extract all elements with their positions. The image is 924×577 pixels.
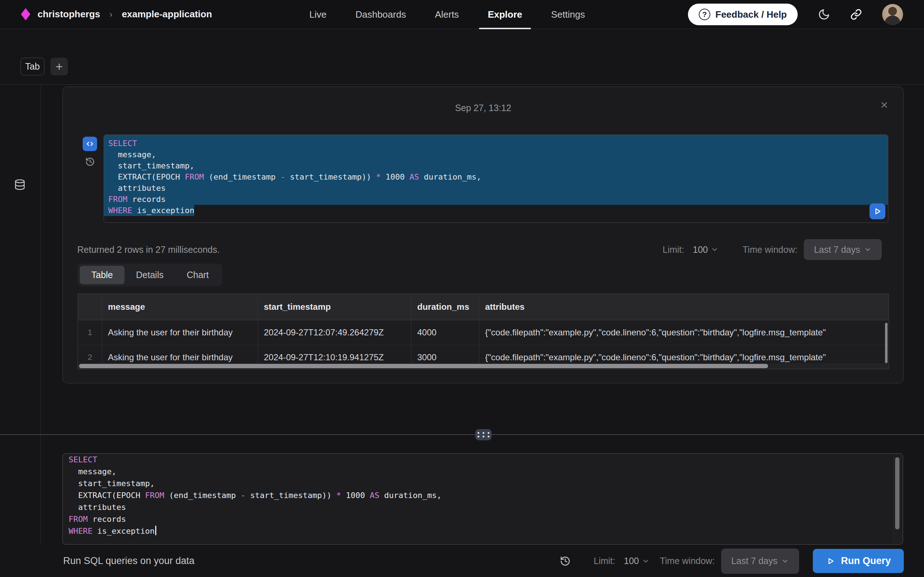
limit-value: 100: [693, 245, 708, 255]
time-window-label: Time window:: [743, 245, 797, 255]
text-caret: [155, 526, 156, 535]
nav-item-dashboards[interactable]: Dashboards: [347, 0, 415, 29]
nav-right-group: ? Feedback / Help: [688, 0, 903, 29]
code-line: FROM records: [104, 193, 888, 205]
result-summary: Returned 2 rows in 27 milliseconds.: [77, 245, 220, 255]
breadcrumb-project[interactable]: example-application: [122, 9, 212, 20]
table-row[interactable]: 1Asking the user for their birthday2024-…: [78, 320, 888, 345]
code-line: SELECT: [104, 135, 888, 149]
query-result-card: Sep 27, 13:12 SELECT message, start_time…: [63, 87, 904, 384]
tab-chart[interactable]: Chart: [175, 266, 220, 284]
sql-editor[interactable]: SELECT message, start_timestamp, EXTRACT…: [63, 453, 903, 545]
scrollbar-thumb[interactable]: [79, 364, 768, 368]
time-window-value: Last 7 days: [814, 245, 860, 255]
limit-value: 100: [624, 556, 639, 566]
user-avatar[interactable]: [882, 4, 903, 25]
help-question-icon: ?: [699, 9, 710, 20]
close-icon: [880, 100, 889, 110]
chevron-down-icon: [642, 557, 650, 565]
code-line: FROM records: [63, 513, 903, 525]
table-cell: 2024-09-27T12:07:49.264279Z: [258, 320, 412, 345]
results-table-header: messagestart_timestampduration_msattribu…: [78, 294, 888, 320]
query-history-button[interactable]: [560, 556, 571, 567]
limit-dropdown[interactable]: 100: [693, 245, 719, 255]
tab-table[interactable]: Table: [80, 266, 124, 284]
plus-icon: [55, 62, 64, 71]
column-header-duration_ms: duration_ms: [412, 294, 479, 320]
code-line: message,: [63, 466, 903, 477]
executed-sql-code[interactable]: SELECT message, start_timestamp, EXTRACT…: [103, 134, 888, 223]
run-query-button[interactable]: Run Query: [813, 549, 904, 573]
logfire-logo-icon: [21, 8, 30, 21]
tab-details[interactable]: Details: [124, 266, 175, 284]
play-icon: [873, 206, 882, 216]
nav-item-explore[interactable]: Explore: [479, 0, 531, 29]
link-icon: [850, 9, 862, 20]
results-table: messagestart_timestampduration_msattribu…: [78, 293, 889, 369]
add-tab-button[interactable]: [50, 58, 68, 76]
time-window-dropdown[interactable]: Last 7 days: [721, 548, 799, 574]
pane-resize-grip[interactable]: [475, 429, 492, 440]
query-history-button[interactable]: [85, 157, 95, 167]
result-summary-row: Returned 2 rows in 27 milliseconds. Limi…: [63, 239, 904, 261]
feedback-help-button[interactable]: ? Feedback / Help: [688, 3, 798, 25]
nav-item-settings[interactable]: Settings: [543, 0, 594, 29]
table-cell: {"code.filepath":"example.py","code.line…: [479, 320, 888, 345]
history-icon: [85, 157, 95, 167]
editor-scrollbar-thumb[interactable]: [895, 457, 900, 529]
table-vertical-scrollbar[interactable]: [885, 323, 888, 363]
query-card-header: Sep 27, 13:12: [63, 87, 903, 120]
code-line: WHERE is_exception: [63, 525, 903, 537]
breadcrumb-org[interactable]: christophergs: [37, 9, 100, 20]
top-navbar: christophergs › example-application Live…: [0, 0, 924, 29]
editor-controls: Limit: 100 Time window: Last 7 days Run …: [560, 548, 904, 574]
result-controls: Limit: 100 Time window: Last 7 days: [663, 239, 882, 260]
close-card-button[interactable]: [880, 99, 889, 111]
nav-item-alerts[interactable]: Alerts: [426, 0, 467, 29]
database-icon: [14, 179, 26, 190]
limit-label: Limit:: [594, 556, 615, 566]
breadcrumb[interactable]: christophergs › example-application: [0, 8, 212, 21]
result-view-tabs: Table Details Chart: [78, 264, 222, 286]
left-sidebar: [0, 85, 41, 577]
rerun-query-button[interactable]: [869, 203, 885, 219]
moon-icon: [818, 8, 830, 21]
run-query-label: Run Query: [841, 555, 891, 567]
table-cell: 4000: [412, 320, 479, 345]
chevron-down-icon: [781, 557, 789, 565]
code-view-button[interactable]: [82, 137, 97, 151]
tab-button[interactable]: Tab: [21, 58, 44, 76]
limit-dropdown[interactable]: 100: [624, 556, 650, 566]
theme-toggle-button[interactable]: [818, 8, 830, 21]
schema-browser-button[interactable]: [14, 179, 26, 192]
column-header-attributes: attributes: [479, 294, 888, 320]
time-window-label: Time window:: [660, 556, 715, 566]
code-line: EXTRACT(EPOCH FROM (end_timestamp - star…: [63, 489, 903, 501]
code-line: start_timestamp,: [104, 160, 888, 171]
editor-footer-bar: Run SQL queries on your data Limit: 100 …: [0, 545, 924, 577]
query-timestamp: Sep 27, 13:12: [63, 103, 903, 113]
code-line: WHERE is_exception: [104, 205, 888, 216]
tab-strip: Tab: [0, 29, 924, 85]
code-line: attributes: [63, 501, 903, 513]
nav-item-live[interactable]: Live: [300, 0, 335, 29]
code-brackets-icon: [85, 139, 95, 148]
play-icon: [826, 556, 835, 566]
pane-divider[interactable]: [0, 434, 924, 435]
results-table-body: 1Asking the user for their birthday2024-…: [78, 320, 888, 369]
limit-label: Limit:: [663, 245, 684, 255]
table-cell: Asking the user for their birthday: [102, 320, 258, 345]
time-window-dropdown[interactable]: Last 7 days: [804, 239, 882, 260]
row-number: 1: [78, 320, 102, 345]
table-horizontal-scrollbar[interactable]: [78, 363, 888, 369]
time-window-value: Last 7 days: [731, 556, 777, 566]
feedback-help-label: Feedback / Help: [716, 9, 787, 20]
column-header-message: message: [102, 294, 258, 320]
copy-link-button[interactable]: [850, 9, 862, 20]
column-header-start_timestamp: start_timestamp: [258, 294, 412, 320]
editor-hint: Run SQL queries on your data: [63, 555, 195, 567]
primary-nav: Live Dashboards Alerts Explore Settings: [300, 0, 605, 29]
code-line: SELECT: [63, 454, 903, 466]
code-line: EXTRACT(EPOCH FROM (end_timestamp - star…: [104, 171, 888, 182]
history-icon: [560, 556, 571, 567]
